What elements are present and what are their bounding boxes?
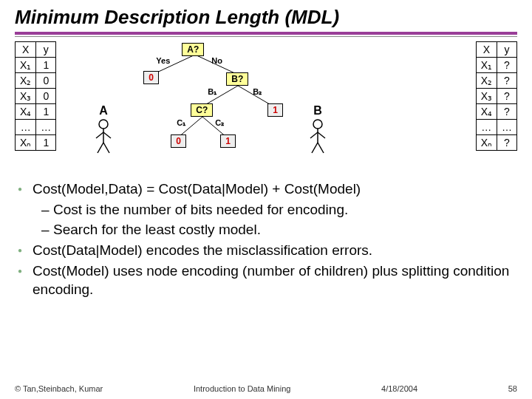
- label-a: A: [99, 104, 108, 117]
- cell: 1: [36, 58, 56, 73]
- bullet-3: Cost(Model) uses node encoding (number o…: [15, 262, 517, 299]
- footer-date: 4/18/2004: [381, 384, 417, 393]
- figure-row: Xy X₁1 X₂0 X₃0 X₄1 …… Xₙ1 A? Yes No 0 B?…: [15, 41, 517, 171]
- bullet-1a: Cost is the number of bits needed for en…: [15, 200, 517, 219]
- svg-point-12: [313, 120, 322, 129]
- cell: ?: [497, 135, 517, 151]
- svg-line-10: [98, 143, 103, 153]
- stick-figure-a: [93, 119, 114, 156]
- cell: X₁: [16, 58, 36, 73]
- th: y: [497, 42, 517, 58]
- cell: X₃: [476, 89, 497, 104]
- cell: X₂: [16, 73, 36, 89]
- edge-c2: C₂: [215, 118, 224, 128]
- table-right: Xy X₁? X₂? X₃? X₄? …… Xₙ?: [476, 41, 517, 151]
- node-c: C?: [191, 103, 213, 117]
- cell: X₃: [16, 89, 36, 104]
- leaf-0b: 0: [171, 134, 186, 148]
- footer: © Tan,Steinbach, Kumar Introduction to D…: [15, 384, 517, 393]
- svg-line-8: [96, 132, 103, 138]
- cell: …: [476, 120, 497, 135]
- cell: …: [497, 120, 517, 135]
- slide-title: Minimum Description Length (MDL): [15, 6, 517, 29]
- leaf-1: 1: [267, 103, 283, 117]
- leaf-0: 0: [143, 71, 159, 84]
- cell: 0: [36, 89, 56, 104]
- cell: 0: [36, 73, 56, 89]
- leaf-1b: 1: [220, 134, 236, 148]
- edge-b1: B₁: [208, 87, 216, 97]
- svg-line-15: [318, 132, 325, 138]
- footer-center: Introduction to Data Mining: [194, 384, 290, 393]
- bullet-1: Cost(Model,Data) = Cost(Data|Model) + Co…: [15, 180, 517, 199]
- svg-line-11: [103, 143, 109, 153]
- tree-diagram: A? Yes No 0 B? B₁ B₂ C? 1 C₁ C₂ 0 1 A B: [64, 41, 468, 171]
- edge-c1: C₁: [177, 118, 185, 128]
- th: y: [36, 42, 56, 58]
- th: X: [16, 42, 36, 58]
- edge-no: No: [211, 56, 222, 65]
- svg-line-16: [312, 143, 318, 153]
- cell: X₁: [476, 58, 497, 73]
- cell: ?: [497, 89, 517, 104]
- cell: ?: [497, 58, 517, 73]
- cell: Xₙ: [16, 135, 36, 151]
- cell: Xₙ: [476, 135, 497, 151]
- cell: ?: [497, 73, 517, 89]
- cell: 1: [36, 104, 56, 120]
- label-b: B: [313, 104, 322, 117]
- svg-point-6: [99, 120, 108, 129]
- bullet-2: Cost(Data|Model) encodes the misclassifi…: [15, 241, 517, 260]
- svg-line-17: [318, 143, 324, 153]
- edge-b2: B₂: [253, 87, 262, 97]
- th: X: [476, 42, 497, 58]
- stick-figure-b: [307, 119, 328, 156]
- footer-left: © Tan,Steinbach, Kumar: [15, 384, 103, 393]
- bullet-1b: Search for the least costly model.: [15, 220, 517, 239]
- cell: X₄: [476, 104, 497, 120]
- table-left: Xy X₁1 X₂0 X₃0 X₄1 …… Xₙ1: [15, 41, 56, 151]
- cell: ?: [497, 104, 517, 120]
- svg-line-9: [103, 132, 111, 138]
- cell: X₄: [16, 104, 36, 120]
- cell: 1: [36, 135, 56, 151]
- cell: X₂: [476, 73, 497, 89]
- bullet-list: Cost(Model,Data) = Cost(Data|Model) + Co…: [15, 180, 517, 299]
- node-a: A?: [182, 43, 204, 56]
- footer-page: 58: [508, 384, 517, 393]
- title-rule: [15, 32, 517, 37]
- cell: …: [16, 120, 36, 135]
- svg-line-14: [310, 132, 318, 138]
- node-b: B?: [226, 72, 248, 86]
- cell: …: [36, 120, 56, 135]
- edge-yes: Yes: [156, 56, 170, 65]
